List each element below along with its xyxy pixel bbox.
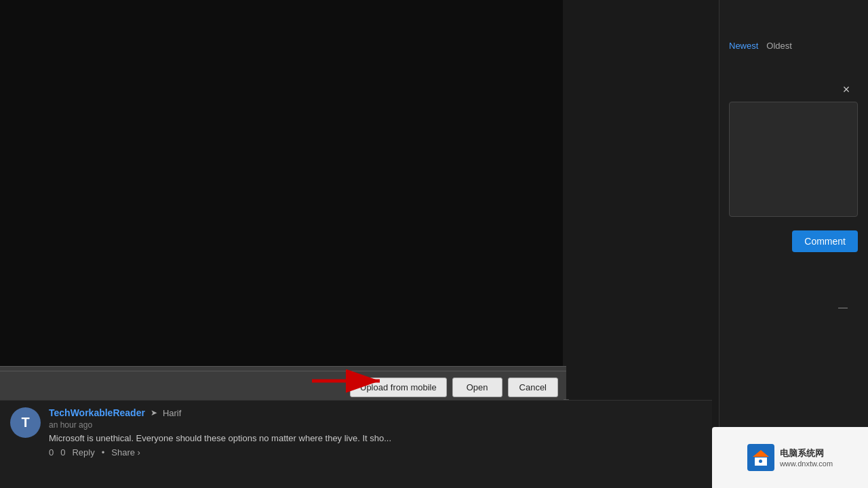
comment-content: TechWorkableReader ➤ Harif an hour ago M…	[49, 407, 702, 458]
cancel-button[interactable]: Cancel	[508, 378, 558, 397]
sidebar-panel: Newest Oldest × Comment —	[719, 0, 868, 488]
comment-text: Microsoft is unethical. Everyone should …	[49, 432, 702, 445]
action-separator: •	[102, 447, 105, 458]
comments-section: T TechWorkableReader ➤ Harif an hour ago…	[0, 400, 712, 488]
comment-username[interactable]: TechWorkableReader	[49, 407, 145, 418]
comment-header: TechWorkableReader ➤ Harif	[49, 407, 702, 418]
open-button[interactable]: Open	[452, 378, 502, 397]
main-background	[0, 0, 563, 400]
house-dot-icon	[759, 460, 762, 463]
dialog-buttons-row: Upload from mobile Open Cancel	[0, 371, 566, 403]
watermark-url: www.dnxtw.com	[780, 460, 833, 468]
reply-to-name: Harif	[163, 408, 181, 418]
red-arrow-indicator	[309, 367, 390, 394]
avatar-letter: T	[21, 415, 29, 430]
reply-arrow-icon: ➤	[151, 408, 157, 418]
share-link[interactable]: Share ›	[111, 447, 140, 458]
watermark-text: 电脑系统网 www.dnxtw.com	[780, 447, 833, 468]
house-roof-icon	[753, 450, 769, 457]
comment-button[interactable]: Comment	[792, 230, 858, 252]
reply-link[interactable]: Reply	[72, 447, 94, 458]
comment-textarea-box[interactable]	[729, 102, 858, 217]
sort-newest[interactable]: Newest	[729, 41, 758, 51]
likes-count: 0	[49, 447, 54, 458]
comment-item: T TechWorkableReader ➤ Harif an hour ago…	[0, 401, 712, 464]
comment-actions: 0 0 Reply • Share ›	[49, 447, 702, 458]
sort-header: Newest Oldest	[719, 41, 868, 51]
watermark-site-name: 电脑系统网	[780, 447, 833, 460]
dislikes-count: 0	[60, 447, 65, 458]
sort-oldest[interactable]: Oldest	[766, 41, 792, 51]
avatar: T	[10, 407, 41, 438]
collapse-icon[interactable]: —	[838, 302, 848, 312]
watermark: 电脑系统网 www.dnxtw.com	[712, 427, 868, 488]
watermark-icon	[747, 444, 774, 471]
house-body-icon	[755, 458, 767, 466]
comment-time: an hour ago	[49, 420, 702, 430]
close-button[interactable]: ×	[838, 81, 854, 98]
